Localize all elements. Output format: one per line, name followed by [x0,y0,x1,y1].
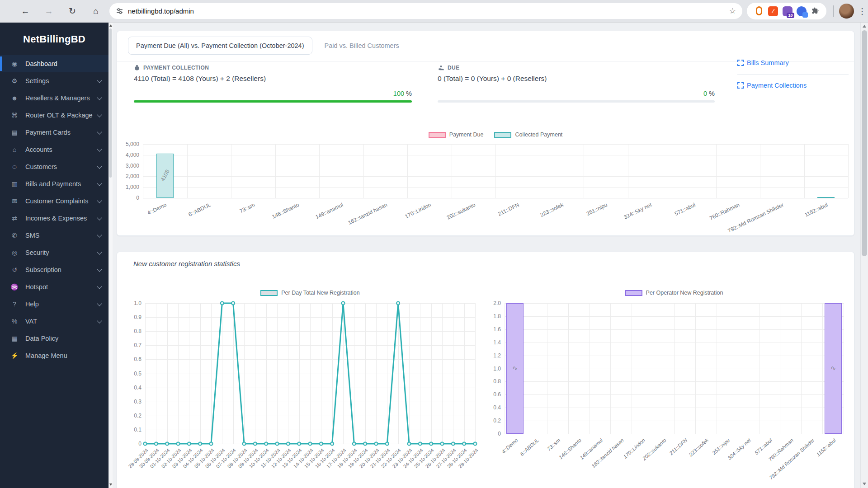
y-axis-tick-label: 0.7 [119,342,142,348]
y-axis-tick-label: 3,000 [117,163,139,169]
gridline [804,144,805,198]
sidebar-item-label: VAT [25,318,98,325]
scrollbar-thumb[interactable] [862,30,867,256]
legend-swatch [494,132,511,138]
extension-icon[interactable]: 10 [783,6,793,16]
registration-line-plot[interactable] [145,303,475,444]
data-point [342,302,345,305]
scrollbar-thumb[interactable] [109,28,112,178]
data-point [330,442,334,446]
sidebar-item-label: Dashboard [25,60,101,67]
site-settings-icon[interactable] [116,7,123,15]
data-point [419,442,422,446]
profile-avatar[interactable] [839,4,854,19]
data-point [188,442,191,446]
y-axis-tick-label: 0.4 [478,404,501,411]
sidebar-item-security[interactable]: ◎Security [0,244,108,261]
x-axis-tick-label: 251::nipu [585,202,609,217]
y-axis-tick-label: 5,000 [117,141,139,147]
y-axis-tick-label: 0.1 [119,427,142,433]
sidebar-item-label: Router OLT & Package [25,112,98,119]
gridline [584,144,584,198]
payment-collection-heading: PAYMENT COLLECTION [134,65,209,71]
sidebar-item-customers[interactable]: ☺Customers [0,158,108,175]
browser-home-button[interactable]: ⌂ [89,4,103,19]
sidebar-item-help[interactable]: ?Help [0,296,108,313]
gridline [143,198,848,198]
sidebar-item-incomes-expenses[interactable]: ⇄Incomes & Expenses [0,210,108,227]
sidebar-item-customer-complaints[interactable]: ✉Customer Complaints [0,192,108,210]
browser-back-button[interactable]: ← [18,4,33,19]
sidebar-item-label: Settings [25,77,98,84]
due-heading: DUE [438,65,460,71]
tab-payment-due-vs-collection[interactable]: Payment Due (All) vs. Payment Collection… [128,37,312,55]
sidebar-item-router-olt-package[interactable]: ⌘Router OLT & Package [0,107,108,124]
data-point [474,442,477,446]
sidebar-item-sms[interactable]: ✆SMS [0,227,108,244]
sidebar-item-payment-cards[interactable]: ▤Payment Cards [0,124,108,141]
sidebar-item-bills-and-payments[interactable]: ▥Bills and Payments [0,175,108,192]
gridline [822,303,823,434]
chevron-down-icon [97,181,102,186]
sidebar-item-label: Customers [25,163,98,170]
gridline [848,144,849,198]
bills-summary-link[interactable]: Bills Summary [737,59,849,66]
payments-card: Payment Due (All) vs. Payment Collection… [117,31,854,236]
scroll-down-arrow[interactable] [863,483,866,485]
scroll-up-arrow[interactable] [109,24,112,27]
extension-icon[interactable]: ∕ [768,6,778,16]
gridline [495,144,496,198]
gridline [738,303,738,434]
browser-reload-button[interactable]: ↻ [65,4,80,19]
card-tabs: Payment Due (All) vs. Payment Collection… [128,37,407,55]
gridline [844,303,844,434]
sidebar-item-resellers-managers[interactable]: ☻Resellers & Managers [0,89,108,107]
payment-collection-percent: 100 % [321,90,412,97]
tab-paid-vs-billed[interactable]: Paid vs. Billed Customers [317,37,407,54]
sidebar-item-vat[interactable]: %VAT [0,313,108,330]
sidebar-item-data-policy[interactable]: ▦Data Policy [0,330,108,347]
page-scrollbar[interactable] [860,22,868,488]
sidebar: NetBillingBD ◉Dashboard⚙Settings☻Reselle… [0,22,108,488]
data-point [353,442,356,446]
url-text[interactable]: netbillingbd.top/admin [128,7,729,15]
sidebar-item-settings[interactable]: ⚙Settings [0,72,108,89]
sidebar-item-label: Help [25,300,98,308]
help-icon: ? [9,300,20,308]
extension-icon[interactable] [754,6,764,16]
chevron-down-icon [97,112,102,117]
complaint-icon: ✉ [9,197,20,205]
browser-forward-button[interactable]: → [42,4,56,19]
payment-collections-link[interactable]: Payment Collections [737,82,849,89]
sidebar-item-manage-menu[interactable]: ⚡Manage Menu [0,347,108,364]
scroll-up-arrow[interactable] [863,25,866,28]
legend-label: Payment Due [449,131,484,138]
sidebar-item-dashboard[interactable]: ◉Dashboard [0,55,108,72]
chevron-down-icon [97,267,102,272]
extensions-puzzle-icon[interactable] [811,7,820,15]
legend-label: Per Day Total New Registration [281,290,359,296]
y-axis-tick-label: 1,000 [117,184,139,190]
browser-menu-icon[interactable]: ⋮ [858,4,866,19]
data-point [309,442,312,446]
chevron-down-icon [97,318,102,323]
bookmark-star-icon[interactable]: ☆ [729,6,736,16]
data-point [429,442,433,446]
data-point [408,442,411,446]
sidebar-item-accounts[interactable]: ⌂Accounts [0,141,108,158]
y-axis-tick-label: 0.6 [119,356,142,362]
sidebar-item-hotspot[interactable]: ♒Hotspot [0,278,108,296]
address-bar[interactable]: netbillingbd.top/admin ☆ [109,3,742,19]
scroll-down-arrow[interactable] [109,483,112,486]
y-axis-tick-label: 0.8 [119,328,142,334]
gridline [540,144,540,198]
data-point [198,442,202,446]
sidebar-item-subscription[interactable]: ↺Subscription [0,261,108,278]
extensions-group: ∕ 10 [747,3,826,19]
sidebar-scrollbar[interactable] [108,22,113,488]
credit-card-icon: ▤ [9,129,20,136]
extension-icon[interactable] [797,6,807,16]
toolbar-divider [833,5,834,17]
invoice-icon: ▥ [9,180,20,188]
chart-legend: Per Day Total New Registration [145,290,475,296]
